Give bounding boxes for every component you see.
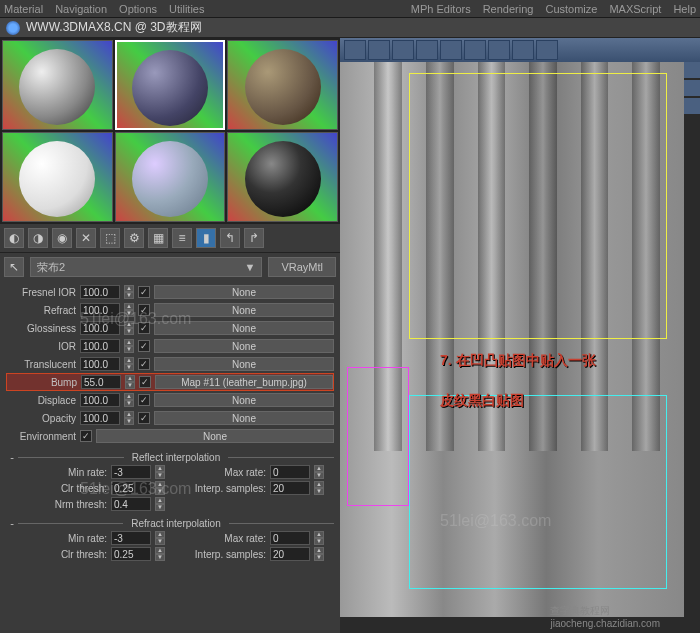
vp-tool-icon[interactable] (464, 40, 486, 60)
spinner-arrows[interactable]: ▲▼ (125, 375, 135, 389)
viewport[interactable]: 7. 在凹凸贴图中贴入一张 皮纹黑白贴图 51lei@163.com (340, 62, 684, 617)
interp-spinner[interactable]: 0.25 (111, 481, 151, 495)
material-preview-sphere (132, 141, 208, 217)
param-checkbox[interactable]: ✓ (138, 412, 150, 424)
interp-spinner[interactable]: 0 (270, 531, 310, 545)
vp-tool-icon[interactable] (536, 40, 558, 60)
interp-spinner[interactable]: -3 (111, 465, 151, 479)
param-checkbox[interactable]: ✓ (138, 304, 150, 316)
menu-options[interactable]: Options (119, 3, 157, 15)
viewport-render: 7. 在凹凸贴图中贴入一张 皮纹黑白贴图 51lei@163.com (340, 62, 684, 617)
menu-help[interactable]: Help (673, 3, 696, 15)
vp-tool-icon[interactable] (392, 40, 414, 60)
param-checkbox[interactable]: ✓ (139, 376, 151, 388)
map-button[interactable]: None (154, 321, 334, 335)
spinner-arrows[interactable]: ▲▼ (155, 531, 165, 545)
map-button[interactable]: None (96, 429, 334, 443)
spinner-arrows[interactable]: ▲▼ (124, 393, 134, 407)
param-spinner[interactable]: 100.0 (80, 321, 120, 335)
param-checkbox[interactable]: ✓ (138, 322, 150, 334)
spinner-arrows[interactable]: ▲▼ (155, 547, 165, 561)
spinner-arrows[interactable]: ▲▼ (314, 465, 324, 479)
material-slot-2[interactable] (115, 40, 226, 130)
map-button[interactable]: None (154, 411, 334, 425)
menu-maxscript[interactable]: MAXScript (609, 3, 661, 15)
options-icon[interactable]: ⚙ (124, 228, 144, 248)
show-map-icon[interactable]: ▦ (148, 228, 168, 248)
spinner-arrows[interactable]: ▲▼ (155, 465, 165, 479)
param-checkbox[interactable]: ✓ (80, 430, 92, 442)
menu-rendering[interactable]: Rendering (483, 3, 534, 15)
spinner-arrows[interactable]: ▲▼ (124, 321, 134, 335)
get-material-icon[interactable]: ◐ (4, 228, 24, 248)
param-checkbox[interactable]: ✓ (138, 394, 150, 406)
param-spinner[interactable]: 100.0 (80, 339, 120, 353)
vp-tool-icon[interactable] (368, 40, 390, 60)
material-slot-5[interactable] (115, 132, 226, 222)
spinner-arrows[interactable]: ▲▼ (124, 339, 134, 353)
go-parent-icon[interactable]: ↰ (220, 228, 240, 248)
vp-tool-icon[interactable] (488, 40, 510, 60)
param-spinner[interactable]: 55.0 (81, 375, 121, 389)
interp-spinner[interactable]: 0 (270, 465, 310, 479)
param-checkbox[interactable]: ✓ (138, 358, 150, 370)
param-checkbox[interactable]: ✓ (138, 286, 150, 298)
vp-tool-icon[interactable] (344, 40, 366, 60)
vp-tool-icon[interactable] (416, 40, 438, 60)
pick-material-icon[interactable]: ↖ (4, 257, 24, 277)
put-material-icon[interactable]: ◑ (28, 228, 48, 248)
param-label: Opacity (6, 413, 76, 424)
spinner-arrows[interactable]: ▲▼ (314, 547, 324, 561)
menu-editors[interactable]: MPh Editors (411, 3, 471, 15)
spinner-arrows[interactable]: ▲▼ (155, 481, 165, 495)
interp-spinner[interactable]: 0.25 (111, 547, 151, 561)
interp-spinner[interactable]: 20 (270, 481, 310, 495)
reset-icon[interactable]: ✕ (76, 228, 96, 248)
go-forward-icon[interactable]: ↱ (244, 228, 264, 248)
vp-tool-icon[interactable] (512, 40, 534, 60)
material-name-dropdown[interactable]: 荣布2 ▼ (30, 257, 262, 277)
spinner-arrows[interactable]: ▲▼ (314, 531, 324, 545)
material-slot-1[interactable] (2, 40, 113, 130)
show-end-result-icon[interactable]: ▮ (196, 228, 216, 248)
param-spinner[interactable]: 100.0 (80, 285, 120, 299)
map-button[interactable]: None (154, 393, 334, 407)
side-tool-icon[interactable] (684, 80, 700, 96)
material-type-button[interactable]: VRayMtl (268, 257, 336, 277)
interp-label: Min rate: (16, 533, 107, 544)
assign-icon[interactable]: ◉ (52, 228, 72, 248)
param-checkbox[interactable]: ✓ (138, 340, 150, 352)
spinner-arrows[interactable]: ▲▼ (314, 481, 324, 495)
tree-icon[interactable]: ≡ (172, 228, 192, 248)
param-spinner[interactable]: 100.0 (80, 393, 120, 407)
menu-customize[interactable]: Customize (545, 3, 597, 15)
material-slot-3[interactable] (227, 40, 338, 130)
param-spinner[interactable]: 100.0 (80, 411, 120, 425)
map-button[interactable]: None (154, 339, 334, 353)
spinner-arrows[interactable]: ▲▼ (124, 411, 134, 425)
section-header-refract[interactable]: -Refract interpolation (6, 517, 334, 529)
material-slot-6[interactable] (227, 132, 338, 222)
map-button[interactable]: None (154, 357, 334, 371)
map-button[interactable]: None (154, 303, 334, 317)
map-button[interactable]: Map #11 (leather_bump.jpg) (155, 375, 333, 389)
menu-navigation[interactable]: Navigation (55, 3, 107, 15)
copy-icon[interactable]: ⬚ (100, 228, 120, 248)
param-spinner[interactable]: 100.0 (80, 303, 120, 317)
param-spinner[interactable]: 100.0 (80, 357, 120, 371)
side-tool-icon[interactable] (684, 98, 700, 114)
section-header-reflect[interactable]: -Reflect interpolation (6, 451, 334, 463)
map-button[interactable]: None (154, 285, 334, 299)
material-slot-4[interactable] (2, 132, 113, 222)
interp-spinner[interactable]: -3 (111, 531, 151, 545)
spinner-arrows[interactable]: ▲▼ (155, 497, 165, 511)
interp-spinner[interactable]: 0.4 (111, 497, 151, 511)
vp-tool-icon[interactable] (440, 40, 462, 60)
spinner-arrows[interactable]: ▲▼ (124, 357, 134, 371)
side-tool-icon[interactable] (684, 62, 700, 78)
menu-utilities[interactable]: Utilities (169, 3, 204, 15)
interp-spinner[interactable]: 20 (270, 547, 310, 561)
spinner-arrows[interactable]: ▲▼ (124, 303, 134, 317)
spinner-arrows[interactable]: ▲▼ (124, 285, 134, 299)
menu-material[interactable]: Material (4, 3, 43, 15)
